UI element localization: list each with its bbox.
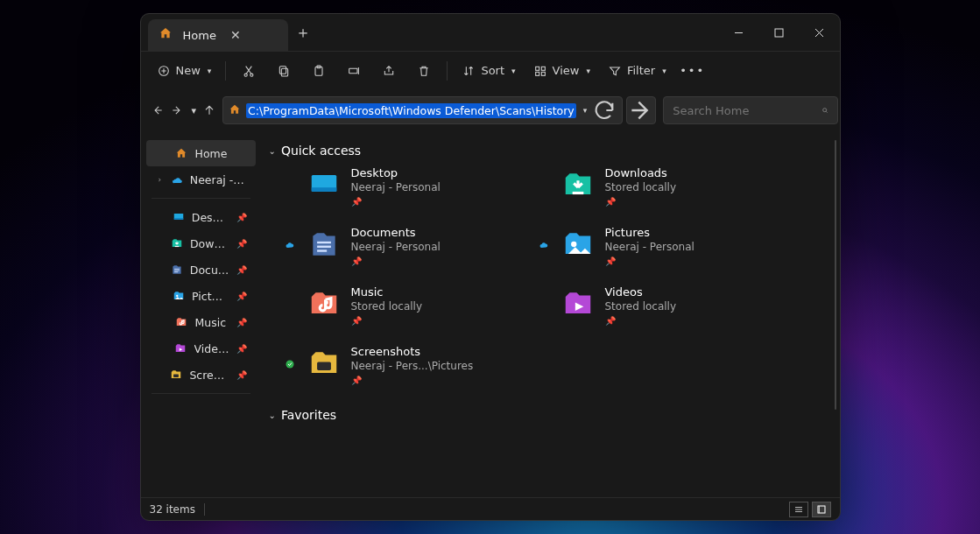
item-title: Desktop [351, 166, 441, 179]
tab-title: Home [183, 29, 216, 42]
share-button[interactable] [373, 57, 405, 85]
sidebar-item-label: Pictures [192, 290, 229, 303]
chevron-down-icon: ⌄ [269, 146, 276, 156]
chevron-down-icon: ▾ [208, 67, 212, 75]
pin-icon: 📌 [236, 292, 247, 301]
copy-icon [277, 64, 291, 78]
up-button[interactable] [203, 97, 215, 123]
more-button[interactable]: ••• [677, 57, 709, 85]
close-button[interactable] [800, 14, 840, 51]
sidebar-item-downloads[interactable]: Downloads📌 [146, 230, 256, 256]
sidebar-item-label: Home [195, 147, 228, 160]
item-title: Videos [605, 285, 677, 299]
delete-button[interactable] [408, 57, 440, 85]
home-icon [229, 102, 241, 119]
content-area[interactable]: ⌄ Quick access Desktop Neeraj - Personal… [262, 131, 840, 497]
pin-icon: 📌 [351, 316, 423, 326]
quick-access-item[interactable]: Pictures Neeraj - Personal 📌 [537, 226, 791, 266]
desktop-icon [173, 211, 185, 223]
sidebar-item-label: Neeraj - Persona [190, 173, 247, 186]
search-box[interactable] [663, 96, 838, 124]
sort-button[interactable]: Sort▾ [455, 57, 522, 85]
pin-icon: 📌 [605, 316, 677, 326]
screenshots-icon [170, 369, 182, 381]
sidebar-item-documents[interactable]: Documents📌 [146, 256, 256, 283]
svg-rect-23 [775, 29, 783, 37]
cloud-icon [539, 240, 549, 250]
recent-locations-button[interactable]: ▾ [190, 97, 197, 123]
address-text[interactable]: C:\ProgramData\Microsoft\Windows Defende… [246, 103, 576, 118]
music-icon [174, 316, 188, 328]
item-subtitle: Stored locally [605, 181, 677, 193]
sidebar-item-screenshots[interactable]: Screenshots📌 [146, 362, 256, 388]
pictures-icon [560, 226, 596, 263]
desktop-icon [306, 166, 342, 203]
ellipsis-icon: ••• [680, 64, 705, 77]
quick-access-item[interactable]: Screenshots Neeraj - Pers...\Pictures 📌 [283, 345, 537, 385]
home-icon [174, 147, 188, 159]
address-bar[interactable]: C:\ProgramData\Microsoft\Windows Defende… [222, 96, 623, 124]
quick-access-item[interactable]: Videos Stored locally 📌 [537, 285, 791, 326]
cloud-icon [285, 240, 295, 250]
sidebar-item-videos[interactable]: Videos📌 [146, 335, 256, 362]
maximize-button[interactable] [759, 14, 800, 51]
status-bar: 32 items [141, 497, 840, 520]
quick-access-item[interactable]: Downloads Stored locally 📌 [537, 166, 791, 207]
sort-icon [462, 64, 476, 78]
quick-access-item[interactable]: Desktop Neeraj - Personal 📌 [283, 166, 537, 207]
view-button[interactable]: View▾ [526, 57, 597, 85]
tiles-view-button[interactable] [812, 502, 831, 517]
sidebar-item-desktop[interactable]: Desktop📌 [146, 204, 256, 230]
quick-access-item[interactable]: Documents Neeraj - Personal 📌 [283, 226, 537, 266]
documents-icon [171, 263, 183, 276]
downloads-icon [560, 166, 596, 203]
new-button[interactable]: New▾ [150, 57, 219, 85]
sidebar-item-music[interactable]: Music📌 [146, 309, 256, 335]
pin-icon: 📌 [236, 265, 247, 275]
details-view-button[interactable] [789, 502, 808, 517]
search-input[interactable] [673, 104, 821, 117]
new-tab-button[interactable]: ＋ [288, 18, 318, 47]
item-subtitle: Stored locally [351, 300, 423, 313]
chevron-down-icon[interactable]: ▾ [583, 106, 588, 115]
copy-button[interactable] [268, 57, 300, 85]
sidebar-item-label: Documents [190, 263, 229, 277]
item-title: Screenshots [351, 345, 474, 358]
titlebar: Home ✕ ＋ [141, 14, 840, 51]
tab-close-button[interactable]: ✕ [227, 28, 244, 42]
chevron-down-icon: ▾ [511, 67, 516, 75]
chevron-down-icon: ▾ [586, 67, 590, 75]
music-icon [306, 285, 342, 322]
item-subtitle: Neeraj - Personal [351, 181, 441, 193]
sidebar-separator [152, 198, 250, 199]
tab-home[interactable]: Home ✕ [148, 19, 288, 51]
item-subtitle: Neeraj - Personal [605, 241, 694, 253]
item-subtitle: Stored locally [605, 300, 677, 313]
section-favorites[interactable]: ⌄ Favorites [262, 406, 840, 431]
videos-icon [173, 342, 187, 355]
pin-icon: 📌 [236, 370, 247, 380]
minimize-button[interactable] [719, 14, 759, 51]
sidebar-item-home[interactable]: Home [146, 140, 256, 166]
pin-icon: 📌 [236, 344, 247, 354]
scrollbar[interactable] [835, 140, 836, 410]
go-button[interactable] [626, 96, 656, 124]
paste-button[interactable] [303, 57, 335, 85]
toolbar: New▾ Sort▾ View▾ Filter▾ ••• [141, 51, 840, 89]
refresh-button[interactable] [592, 98, 617, 123]
section-quick-access[interactable]: ⌄ Quick access [262, 142, 840, 166]
file-explorer-window: Home ✕ ＋ New▾ Sort▾ View▾ Filter▾ ••• ▾ [140, 13, 841, 521]
videos-icon [560, 285, 596, 322]
rename-button[interactable] [338, 57, 370, 85]
sidebar-item-onedrive[interactable]: ›Neeraj - Persona [146, 166, 256, 193]
pin-icon: 📌 [236, 213, 247, 222]
forward-button[interactable] [171, 97, 183, 123]
back-button[interactable] [152, 97, 164, 123]
pin-icon: 📌 [351, 197, 441, 207]
sync-icon [285, 359, 295, 369]
pictures-icon [173, 290, 185, 302]
cut-button[interactable] [233, 57, 264, 85]
paste-icon [312, 64, 326, 78]
sidebar-item-pictures[interactable]: Pictures📌 [146, 283, 256, 309]
quick-access-item[interactable]: Music Stored locally 📌 [283, 285, 537, 326]
